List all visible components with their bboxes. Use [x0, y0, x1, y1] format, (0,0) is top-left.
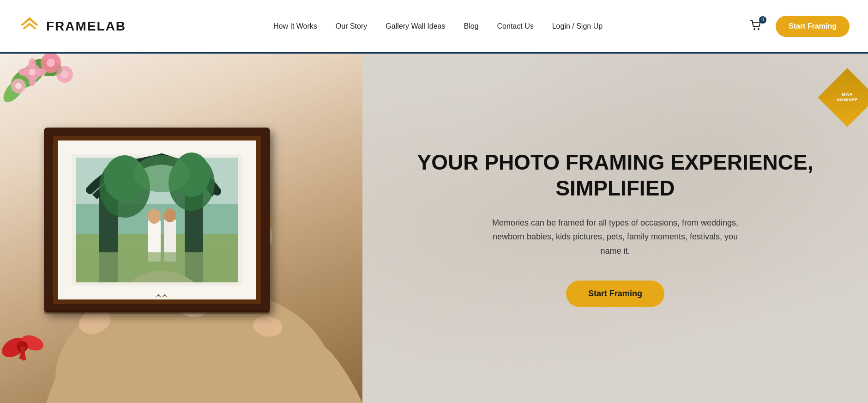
svg-point-3 [758, 28, 760, 30]
svg-point-2 [753, 28, 755, 30]
cart-button[interactable]: 0 [750, 19, 763, 34]
hero-title-line2: SIMPLIFIED [555, 176, 675, 200]
hero-section: MWA NOMINEE YOUR PHOTO FRAMING EXPERIENC… [0, 54, 868, 403]
start-framing-hero-button[interactable]: Start Framing [566, 281, 664, 307]
header-right: 0 Start Framing [750, 16, 850, 37]
svg-point-47 [134, 155, 189, 192]
hero-title: YOUR PHOTO FRAMING EXPERIENCE, SIMPLIFIE… [417, 150, 814, 201]
site-header: FRAMELAB How It Works Our Story Gallery … [0, 0, 868, 54]
svg-point-51 [164, 208, 176, 222]
nav-our-story[interactable]: Our Story [336, 22, 367, 31]
hero-image-side [0, 54, 362, 403]
mwa-badge-text: MWA NOMINEE [837, 92, 858, 103]
logo-link[interactable]: FRAMELAB [18, 15, 126, 37]
nav-login-signup[interactable]: Login / Sign Up [552, 22, 603, 31]
nav-blog[interactable]: Blog [464, 22, 479, 31]
svg-rect-55 [44, 310, 270, 314]
nav-how-it-works[interactable]: How It Works [273, 22, 317, 31]
red-ribbon-decor [0, 329, 46, 366]
nav-gallery-wall-ideas[interactable]: Gallery Wall Ideas [386, 22, 445, 31]
svg-rect-52 [76, 252, 238, 282]
start-framing-header-button[interactable]: Start Framing [776, 16, 850, 37]
logo-text: FRAMELAB [46, 19, 126, 34]
mwa-badge: MWA NOMINEE [818, 68, 868, 127]
mwa-badge-container: MWA NOMINEE [826, 77, 868, 118]
person-holding-frame [0, 54, 362, 403]
nav-contact-us[interactable]: Contact Us [497, 22, 534, 31]
hero-subtitle: Memories can be framed for all types of … [482, 216, 749, 258]
main-nav: How It Works Our Story Gallery Wall Idea… [273, 22, 603, 31]
logo-icon [18, 15, 41, 37]
hero-content-side: MWA NOMINEE YOUR PHOTO FRAMING EXPERIENC… [362, 54, 868, 403]
cart-badge: 0 [759, 16, 766, 24]
hero-title-line1: YOUR PHOTO FRAMING EXPERIENCE, [417, 150, 814, 174]
svg-point-49 [148, 209, 161, 224]
